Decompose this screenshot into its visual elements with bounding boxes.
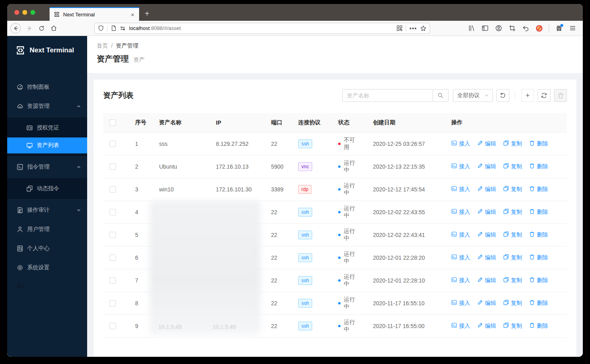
- sidebar-item-credentials[interactable]: 授权凭证: [7, 120, 87, 136]
- connect-action-link[interactable]: 接入: [451, 209, 470, 216]
- copy-action-link[interactable]: 复制: [503, 209, 522, 216]
- permissions-icon[interactable]: [120, 25, 126, 32]
- select-all-checkbox[interactable]: [110, 119, 116, 126]
- connect-action-link[interactable]: 接入: [451, 254, 470, 261]
- page-actions-icon[interactable]: •••: [409, 25, 417, 32]
- tab-close-icon[interactable]: ×: [130, 11, 135, 18]
- add-asset-button[interactable]: +: [521, 89, 534, 102]
- search-button[interactable]: [433, 89, 448, 102]
- delete-action-link[interactable]: 删除: [529, 186, 548, 193]
- row-checkbox[interactable]: [110, 209, 116, 215]
- protocol-select[interactable]: 全部协议: [453, 89, 493, 102]
- qr-code-icon[interactable]: [397, 25, 403, 31]
- undo-arrow-icon[interactable]: [520, 23, 531, 34]
- delete-action-link[interactable]: 删除: [529, 163, 548, 170]
- edit-action-link[interactable]: 编辑: [477, 254, 496, 261]
- delete-action-link[interactable]: 删除: [529, 300, 548, 307]
- bookmark-star-icon[interactable]: [420, 25, 427, 32]
- row-checkbox[interactable]: [110, 141, 116, 147]
- url-text[interactable]: localhost:8088/#/asset: [129, 25, 397, 31]
- undo-button[interactable]: [496, 89, 509, 102]
- connect-action-link[interactable]: 接入: [451, 300, 470, 307]
- new-tab-button[interactable]: +: [139, 10, 155, 21]
- connect-action-link[interactable]: 接入: [451, 231, 470, 239]
- edit-action-link[interactable]: 编辑: [477, 140, 496, 147]
- back-button[interactable]: [10, 23, 21, 34]
- search-input[interactable]: [342, 89, 433, 102]
- table-row: 4 22 ssh 运行中 2020-12-02 22:43:55 接入编辑复制删…: [103, 201, 567, 223]
- copy-action-link[interactable]: 复制: [503, 186, 522, 193]
- reload-button[interactable]: [36, 23, 47, 34]
- connect-action-link[interactable]: 接入: [451, 322, 470, 330]
- row-checkbox[interactable]: [110, 277, 116, 284]
- library-icon[interactable]: [466, 23, 477, 34]
- copy-action-link[interactable]: 复制: [503, 140, 522, 147]
- close-window-button[interactable]: [14, 10, 19, 15]
- forward-button[interactable]: [24, 23, 35, 34]
- delete-action-link[interactable]: 删除: [529, 277, 548, 284]
- edit-icon: [477, 209, 483, 215]
- row-checkbox[interactable]: [110, 186, 116, 193]
- breadcrumb-home[interactable]: 首页: [97, 42, 108, 50]
- connect-action-link[interactable]: 接入: [451, 186, 470, 193]
- home-button[interactable]: [48, 23, 59, 34]
- blocked-extension-icon[interactable]: [534, 23, 545, 34]
- minimize-window-button[interactable]: [22, 10, 27, 15]
- edit-action-link[interactable]: 编辑: [477, 186, 496, 193]
- batch-delete-button[interactable]: [554, 89, 567, 102]
- copy-action-link[interactable]: 复制: [503, 277, 522, 284]
- copy-action-link[interactable]: 复制: [503, 300, 522, 307]
- edit-action-link[interactable]: 编辑: [477, 322, 496, 330]
- row-checkbox[interactable]: [110, 323, 116, 329]
- connect-action-link[interactable]: 接入: [451, 277, 470, 284]
- url-bar[interactable]: localhost:8088/#/asset •••: [94, 23, 430, 34]
- row-checkbox[interactable]: [110, 300, 116, 306]
- connect-action-link[interactable]: 接入: [451, 140, 470, 147]
- connect-action-link[interactable]: 接入: [451, 163, 470, 170]
- delete-action-link[interactable]: 删除: [529, 209, 548, 216]
- status-badge: 运行中: [338, 205, 360, 219]
- row-checkbox[interactable]: [110, 163, 116, 170]
- delete-action-link[interactable]: 删除: [529, 231, 548, 239]
- table-row: 5 22 ssh 运行中 2020-12-02 22:43:41 接入编辑复制删…: [103, 223, 567, 246]
- browser-tab[interactable]: Next Terminal ×: [50, 7, 139, 21]
- gift-icon[interactable]: [553, 23, 564, 34]
- app-logo[interactable]: Next Terminal: [7, 38, 87, 63]
- delete-action-link[interactable]: 删除: [529, 140, 548, 147]
- sidebar-item-settings[interactable]: 系统设置: [7, 260, 87, 276]
- sidebar-item-users[interactable]: 用户管理: [7, 221, 87, 237]
- edit-action-link[interactable]: 编辑: [477, 231, 496, 239]
- sidebar-item-dynamic-commands[interactable]: 动态指令: [7, 181, 87, 197]
- edit-action-link[interactable]: 编辑: [477, 300, 496, 307]
- edit-action-link[interactable]: 编辑: [477, 277, 496, 284]
- copy-action-link[interactable]: 复制: [503, 163, 522, 170]
- copy-action-link[interactable]: 复制: [503, 231, 522, 239]
- zoom-window-button[interactable]: [30, 10, 35, 15]
- window-controls[interactable]: [7, 4, 42, 21]
- screenshot-icon[interactable]: [506, 23, 518, 34]
- sidebar-item-audit[interactable]: 操作审计: [7, 202, 87, 218]
- status-badge: 运行中: [338, 251, 360, 265]
- menu-fold-icon[interactable]: [7, 281, 87, 291]
- copy-action-link[interactable]: 复制: [503, 254, 522, 261]
- row-checkbox[interactable]: [110, 255, 116, 261]
- shield-icon[interactable]: [98, 25, 104, 31]
- menu-hamburger-icon[interactable]: [567, 23, 578, 34]
- edit-action-link[interactable]: 编辑: [477, 163, 496, 170]
- account-icon[interactable]: [493, 23, 504, 34]
- sidebar-item-resources[interactable]: 资源管理: [7, 98, 87, 114]
- edit-action-link[interactable]: 编辑: [477, 209, 496, 216]
- delete-icon: [529, 163, 535, 170]
- row-checkbox[interactable]: [110, 232, 116, 238]
- sidebars-icon[interactable]: [479, 23, 490, 34]
- delete-action-link[interactable]: 删除: [529, 322, 548, 330]
- refresh-button[interactable]: [538, 89, 550, 102]
- copy-action-link[interactable]: 复制: [503, 322, 522, 330]
- delete-action-link[interactable]: 删除: [529, 254, 548, 261]
- page-info-icon[interactable]: [111, 25, 117, 31]
- sidebar-item-commands[interactable]: 指令管理: [7, 159, 87, 175]
- sidebar-item-asset-list[interactable]: 资产列表: [7, 137, 87, 153]
- sidebar-item-profile[interactable]: 个人中心: [7, 241, 87, 257]
- cell-ip: 172.16.101.30: [209, 178, 265, 201]
- sidebar-item-dashboard[interactable]: 控制面板: [7, 79, 87, 95]
